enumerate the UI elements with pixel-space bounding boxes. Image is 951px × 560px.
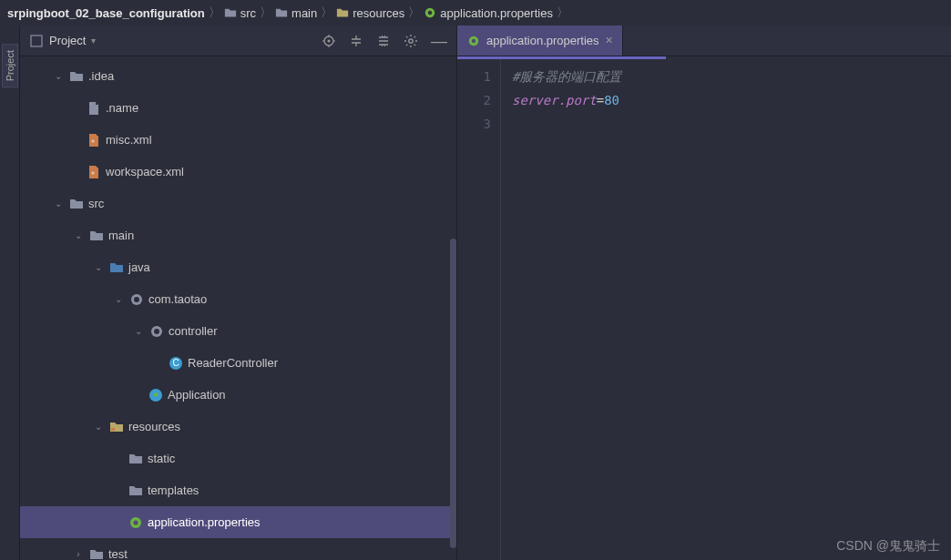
editor-area: application.properties ✕ 1 2 3 #服务器的端口配置… xyxy=(457,25,951,560)
tree-label: src xyxy=(88,197,104,210)
folder-icon xyxy=(89,229,104,243)
svg-rect-2 xyxy=(31,36,42,46)
breadcrumb-src[interactable]: src xyxy=(224,6,256,20)
breadcrumb-resources[interactable]: resources xyxy=(336,6,404,20)
tree-folder-java[interactable]: ⌄ java xyxy=(20,251,456,283)
chevron-down-icon[interactable]: ⌄ xyxy=(132,326,145,336)
collapse-all-icon[interactable] xyxy=(376,34,391,48)
breadcrumb-label: application.properties xyxy=(440,6,553,20)
comment-text: #服务器的端口配置 xyxy=(512,69,621,84)
package-icon xyxy=(129,292,144,307)
chevron-right-icon: 〉 xyxy=(408,5,420,21)
tree-folder-static[interactable]: static xyxy=(20,443,456,474)
tree-label: templates xyxy=(148,484,199,497)
close-icon[interactable]: ✕ xyxy=(605,35,613,46)
tree-folder-templates[interactable]: templates xyxy=(20,474,456,506)
line-number[interactable]: 1 xyxy=(457,65,491,88)
tree-package-controller[interactable]: ⌄ controller xyxy=(20,315,456,347)
folder-icon xyxy=(128,452,143,466)
tree-label: .idea xyxy=(88,69,114,83)
locate-icon[interactable] xyxy=(322,34,336,48)
tree-label: main xyxy=(108,229,134,242)
tree-folder-src[interactable]: ⌄ src xyxy=(20,188,456,219)
code-line[interactable]: #服务器的端口配置 xyxy=(512,65,951,88)
tree-file-name[interactable]: .name xyxy=(20,92,456,124)
project-tool-tab[interactable]: Project xyxy=(2,44,18,87)
tree-label: Application xyxy=(168,388,226,402)
code-line[interactable]: server.port=80 xyxy=(512,88,951,112)
property-key: server.port xyxy=(512,93,597,107)
code-line[interactable] xyxy=(512,112,951,136)
tree-label: static xyxy=(148,452,175,465)
svg-text:C: C xyxy=(172,358,179,368)
tree-label: resources xyxy=(128,420,180,433)
tree-file-misc[interactable]: misc.xml xyxy=(20,124,456,156)
tree-class-application[interactable]: Application xyxy=(20,379,456,411)
spring-properties-icon xyxy=(466,34,481,48)
breadcrumb: srpingboot_02_base_configuration 〉 src 〉… xyxy=(0,0,951,25)
property-value: 80 xyxy=(604,93,619,107)
breadcrumb-label: main xyxy=(291,6,317,20)
xml-file-icon xyxy=(87,133,101,148)
dropdown-arrow-icon[interactable]: ▾ xyxy=(91,36,96,46)
svg-point-11 xyxy=(134,297,139,302)
gear-icon[interactable] xyxy=(404,34,418,48)
project-panel-header: Project ▾ — xyxy=(20,25,456,56)
expand-all-icon[interactable] xyxy=(349,34,363,48)
chevron-down-icon[interactable]: ⌄ xyxy=(92,262,105,272)
panel-title[interactable]: Project xyxy=(49,34,86,47)
folder-icon xyxy=(69,69,84,84)
chevron-down-icon[interactable]: ⌄ xyxy=(52,199,65,209)
chevron-down-icon[interactable]: ⌄ xyxy=(112,294,125,304)
folder-icon xyxy=(69,197,84,211)
project-tree[interactable]: ⌄ .idea .name misc.xml workspace.xml xyxy=(20,56,456,560)
spring-boot-icon xyxy=(148,388,163,402)
svg-rect-17 xyxy=(111,428,115,431)
tree-folder-test[interactable]: › test xyxy=(20,538,456,560)
xml-file-icon xyxy=(87,165,101,179)
line-number[interactable]: 2 xyxy=(457,88,491,112)
svg-point-9 xyxy=(409,38,413,42)
equals-sign: = xyxy=(597,93,604,107)
svg-point-1 xyxy=(428,11,432,15)
breadcrumb-file[interactable]: application.properties xyxy=(424,6,553,20)
svg-point-21 xyxy=(472,38,476,42)
chevron-right-icon[interactable]: › xyxy=(72,549,85,559)
project-icon xyxy=(29,34,44,48)
file-icon xyxy=(87,101,101,116)
tree-file-workspace[interactable]: workspace.xml xyxy=(20,156,456,188)
breadcrumb-project[interactable]: srpingboot_02_base_configuration xyxy=(7,6,205,20)
scrollbar[interactable] xyxy=(450,239,456,548)
tree-folder-idea[interactable]: ⌄ .idea xyxy=(20,60,456,92)
tree-label: java xyxy=(128,260,150,274)
editor-tab-app-properties[interactable]: application.properties ✕ xyxy=(457,25,623,56)
tree-file-app-properties[interactable]: application.properties xyxy=(20,506,456,538)
hide-icon[interactable]: — xyxy=(431,36,447,46)
tree-class-reader[interactable]: C ReaderController xyxy=(20,347,456,379)
chevron-right-icon: 〉 xyxy=(557,5,568,21)
svg-point-4 xyxy=(328,39,331,42)
tree-label: controller xyxy=(169,324,217,338)
class-icon: C xyxy=(169,356,183,371)
chevron-right-icon: 〉 xyxy=(321,5,332,21)
package-icon xyxy=(149,324,164,339)
tree-folder-main[interactable]: ⌄ main xyxy=(20,219,456,251)
tree-package[interactable]: ⌄ com.taotao xyxy=(20,283,456,315)
folder-icon xyxy=(128,484,143,498)
tree-label: com.taotao xyxy=(148,292,207,306)
code-content[interactable]: #服务器的端口配置 server.port=80 xyxy=(501,59,951,560)
tree-label: ReaderController xyxy=(188,356,278,370)
chevron-down-icon[interactable]: ⌄ xyxy=(52,71,65,81)
svg-point-13 xyxy=(154,329,159,334)
chevron-down-icon[interactable]: ⌄ xyxy=(92,422,105,432)
code-editor[interactable]: 1 2 3 #服务器的端口配置 server.port=80 xyxy=(457,59,951,560)
breadcrumb-label: resources xyxy=(353,6,404,20)
breadcrumb-main[interactable]: main xyxy=(275,6,317,20)
chevron-right-icon: 〉 xyxy=(209,5,220,21)
project-panel: Project ▾ — xyxy=(20,25,457,560)
tree-label: misc.xml xyxy=(106,133,152,147)
chevron-down-icon[interactable]: ⌄ xyxy=(72,230,85,240)
line-number[interactable]: 3 xyxy=(457,112,491,136)
breadcrumb-label: src xyxy=(240,6,256,20)
tree-folder-resources[interactable]: ⌄ resources xyxy=(20,411,456,443)
